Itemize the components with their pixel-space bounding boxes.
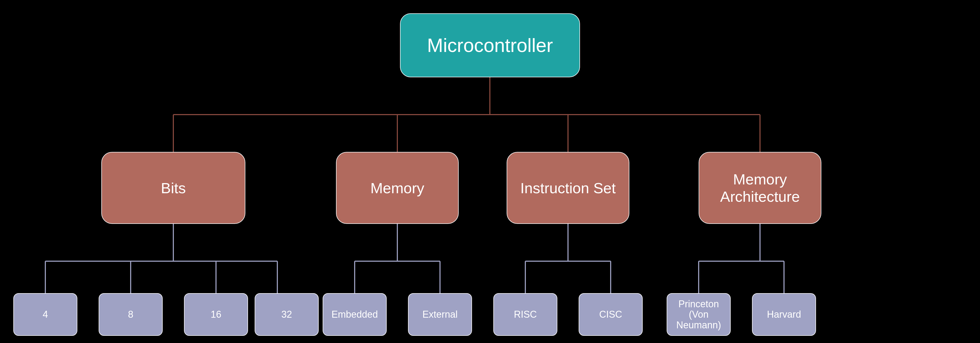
category-label: Bits	[161, 179, 186, 197]
leaf-label: 8	[128, 309, 133, 320]
leaf-memory-external: External	[408, 293, 472, 336]
leaf-label: External	[422, 309, 458, 320]
category-label: Memory Architecture	[699, 171, 821, 205]
leaf-label: CISC	[599, 309, 622, 320]
category-label: Memory	[371, 179, 424, 197]
leaf-label: 4	[43, 309, 48, 320]
leaf-bits-32: 32	[255, 293, 319, 336]
leaf-label: 32	[282, 309, 292, 320]
leaf-memarch-princeton: Princeton (Von Neumann)	[667, 293, 731, 336]
leaf-memory-embedded: Embedded	[323, 293, 387, 336]
category-bits: Bits	[101, 152, 245, 224]
leaf-bits-8: 8	[99, 293, 163, 336]
leaf-label: Princeton (Von Neumann)	[667, 299, 730, 330]
root-node: Microcontroller	[400, 13, 580, 77]
leaf-label: Harvard	[767, 309, 801, 320]
category-memory: Memory	[336, 152, 459, 224]
root-label: Microcontroller	[427, 34, 553, 56]
leaf-label: RISC	[514, 309, 537, 320]
leaf-label: 16	[211, 309, 221, 320]
leaf-instr-risc: RISC	[493, 293, 557, 336]
leaf-instr-cisc: CISC	[579, 293, 643, 336]
leaf-label: Embedded	[331, 309, 378, 320]
leaf-memarch-harvard: Harvard	[752, 293, 816, 336]
category-memory-architecture: Memory Architecture	[698, 152, 821, 224]
leaf-bits-16: 16	[184, 293, 248, 336]
leaf-connectors	[45, 224, 784, 293]
leaf-bits-4: 4	[13, 293, 77, 336]
root-connectors	[173, 77, 760, 152]
category-instruction-set: Instruction Set	[507, 152, 629, 224]
category-label: Instruction Set	[520, 179, 616, 197]
